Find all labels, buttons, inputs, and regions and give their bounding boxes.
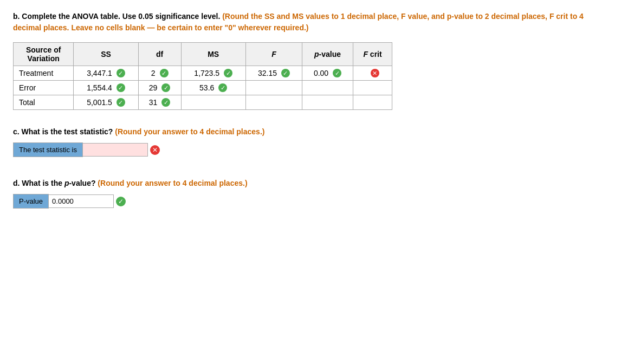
section-d-instruction: (Round your answer to 4 decimal places.): [98, 179, 247, 187]
section-d-prefix: d. What is the p-value?: [13, 179, 98, 187]
check-icon: ✓: [218, 83, 227, 92]
section-c-input-row: The test statistic is ✕: [13, 142, 608, 157]
table-row-error: Error 1,554.4 ✓ 29 ✓ 53.6 ✓: [14, 81, 392, 95]
col-header-f: F: [245, 43, 302, 66]
col-header-ss: SS: [74, 43, 138, 66]
section-c-instruction: (Round your answer to 4 decimal places.): [115, 127, 264, 136]
ms-treatment: 1,723.5 ✓: [181, 66, 245, 81]
fcrit-total: [353, 95, 392, 110]
source-error: Error: [14, 81, 74, 95]
ms-error: 53.6 ✓: [181, 81, 245, 95]
ss-total: 5,001.5 ✓: [74, 95, 138, 110]
pvalue-label: P-value: [13, 194, 49, 209]
f-total: [245, 95, 302, 110]
col-header-pvalue: p-value: [302, 43, 353, 66]
section-c-prefix: c. What is the test statistic?: [13, 127, 115, 136]
ss-treatment: 3,447.1 ✓: [74, 66, 138, 81]
fcrit-error: [353, 81, 392, 95]
check-icon: ✓: [224, 69, 232, 77]
anova-table: Source ofVariation SS df MS F p-value F …: [13, 42, 392, 110]
check-icon: ✓: [161, 98, 170, 107]
col-header-df: df: [138, 43, 181, 66]
fcrit-treatment: ✕: [353, 66, 392, 81]
check-icon: ✓: [161, 83, 170, 92]
source-treatment: Treatment: [14, 66, 74, 81]
x-icon-c[interactable]: ✕: [150, 145, 160, 155]
col-header-source: Source ofVariation: [14, 43, 74, 66]
section-c: c. What is the test statistic? (Round yo…: [13, 127, 608, 157]
section-c-label: c. What is the test statistic? (Round yo…: [13, 127, 608, 136]
check-icon: ✓: [117, 98, 125, 107]
df-treatment: 2 ✓: [138, 66, 181, 81]
pvalue-input[interactable]: [49, 194, 114, 208]
f-error: [245, 81, 302, 95]
section-d: d. What is the p-value? (Round your answ…: [13, 179, 608, 209]
intro-prefix: b. Complete the ANOVA table. Use 0.05 si…: [13, 12, 222, 21]
table-row-total: Total 5,001.5 ✓ 31 ✓: [14, 95, 392, 110]
check-icon-d: ✓: [116, 197, 126, 206]
test-statistic-label: The test statistic is: [13, 142, 83, 157]
test-statistic-input[interactable]: [83, 143, 148, 157]
intro-text: b. Complete the ANOVA table. Use 0.05 si…: [13, 11, 608, 34]
check-icon: ✓: [117, 69, 125, 77]
col-header-fcrit: F crit: [353, 43, 392, 66]
pvalue-total: [302, 95, 353, 110]
section-d-label: d. What is the p-value? (Round your answ…: [13, 179, 608, 187]
pvalue-treatment: 0.00 ✓: [302, 66, 353, 81]
source-total: Total: [14, 95, 74, 110]
col-header-ms: MS: [181, 43, 245, 66]
df-total: 31 ✓: [138, 95, 181, 110]
ss-error: 1,554.4 ✓: [74, 81, 138, 95]
check-icon: ✓: [160, 69, 169, 77]
check-icon: ✓: [117, 83, 125, 92]
df-error: 29 ✓: [138, 81, 181, 95]
ms-total: [181, 95, 245, 110]
pvalue-error: [302, 81, 353, 95]
section-d-input-row: P-value ✓: [13, 194, 608, 209]
f-treatment: 32.15 ✓: [245, 66, 302, 81]
x-icon: ✕: [371, 69, 379, 77]
table-row-treatment: Treatment 3,447.1 ✓ 2 ✓ 1,723.5 ✓: [14, 66, 392, 81]
check-icon: ✓: [281, 69, 290, 77]
check-icon: ✓: [333, 69, 341, 77]
